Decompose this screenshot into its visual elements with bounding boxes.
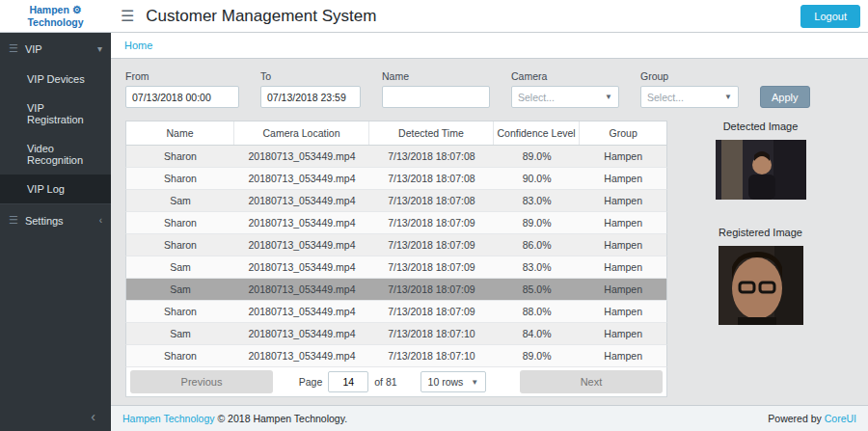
table-cell: 83.0%	[494, 190, 581, 211]
table-header-cell[interactable]: Name	[126, 121, 234, 145]
sidebar-item-label: Settings	[25, 215, 64, 227]
table-row[interactable]: Sam20180713_053449.mp47/13/2018 18:07:09…	[125, 256, 667, 279]
detected-image-label: Detected Image	[723, 121, 799, 132]
camera-label: Camera	[511, 70, 619, 82]
rows-per-page-select[interactable]: 10 rows ▼	[420, 371, 487, 392]
table-row[interactable]: Sharon20180713_053449.mp47/13/2018 18:07…	[125, 146, 667, 168]
results-table: NameCamera LocationDetected TimeConfiden…	[125, 121, 667, 397]
table-cell: 7/13/2018 18:07:09	[369, 279, 494, 300]
hamburger-menu-icon[interactable]: ☰	[121, 7, 134, 25]
chevron-down-icon: ▼	[724, 93, 732, 101]
table-cell: Hampen	[580, 234, 666, 256]
from-date-input[interactable]	[125, 86, 239, 108]
table-row[interactable]: Sam20180713_053449.mp47/13/2018 18:07:10…	[125, 323, 667, 345]
sidebar-item-vip-devices[interactable]: VIP Devices	[0, 65, 111, 94]
group-select-value: Select...	[647, 92, 684, 103]
footer-company-link[interactable]: Hampen Technology	[122, 413, 215, 424]
table-cell: Sharon	[126, 212, 234, 233]
table-cell: 7/13/2018 18:07:09	[369, 234, 494, 256]
page-label: Page	[299, 376, 323, 388]
table-cell: 20180713_053449.mp4	[234, 301, 369, 322]
footer-powered-text: Powered by	[768, 413, 821, 424]
table-row[interactable]: Sam20180713_053449.mp47/13/2018 18:07:08…	[125, 190, 667, 212]
page-number-input[interactable]	[328, 371, 368, 392]
page-title: Customer Management System	[146, 7, 376, 26]
sidebar-item-label: VIP	[25, 43, 42, 55]
table-cell: 89.0%	[494, 146, 581, 167]
table-cell: 7/13/2018 18:07:09	[369, 301, 494, 322]
table-cell: Hampen	[580, 190, 666, 211]
sidebar-item-label: VIP Devices	[27, 73, 85, 85]
sidebar-item-vip-registration[interactable]: VIP Registration	[0, 94, 111, 134]
table-cell: 7/13/2018 18:07:08	[369, 168, 494, 189]
brand-logo-line1: Hampen	[29, 4, 68, 15]
detected-image	[716, 140, 806, 200]
camera-select[interactable]: Select... ▼	[511, 86, 619, 108]
table-cell: 88.0%	[494, 301, 581, 322]
table-cell: Sharon	[126, 234, 234, 256]
breadcrumb-home-link[interactable]: Home	[124, 40, 152, 51]
sidebar-item-vip[interactable]: ☰ VIP ▾	[0, 33, 111, 65]
gear-icon: ⚙	[72, 4, 82, 15]
apply-button[interactable]: Apply	[760, 86, 810, 108]
table-row[interactable]: Sharon20180713_053449.mp47/13/2018 18:07…	[125, 345, 667, 367]
table-cell: 20180713_053449.mp4	[234, 168, 369, 189]
chevron-down-icon: ▼	[471, 378, 478, 387]
sidebar-item-video-recognition[interactable]: Video Recognition	[0, 134, 111, 175]
list-icon: ☰	[9, 214, 18, 227]
logout-button[interactable]: Logout	[800, 5, 860, 28]
chevron-left-icon: ‹	[99, 215, 102, 226]
filter-bar: From To Name Camera Select... ▼ Group	[125, 70, 854, 108]
brand-logo[interactable]: Hampen ⚙ Technology	[0, 4, 111, 28]
sidebar-minimizer[interactable]: ‹	[0, 402, 111, 431]
table-row[interactable]: Sharon20180713_053449.mp47/13/2018 18:07…	[125, 168, 667, 190]
table-cell: Hampen	[580, 345, 666, 366]
next-page-button[interactable]: Next	[520, 370, 663, 393]
table-cell: 20180713_053449.mp4	[234, 323, 369, 344]
table-row[interactable]: Sharon20180713_053449.mp47/13/2018 18:07…	[125, 212, 667, 234]
table-cell: 7/13/2018 18:07:10	[369, 345, 494, 366]
table-header-cell[interactable]: Confidence Level	[494, 121, 581, 145]
table-row[interactable]: Sharon20180713_053449.mp47/13/2018 18:07…	[125, 234, 667, 256]
table-cell: 7/13/2018 18:07:08	[369, 146, 494, 167]
table-cell: Hampen	[580, 212, 666, 233]
table-header-cell[interactable]: Group	[580, 121, 666, 145]
registered-image-label: Registered Image	[719, 227, 802, 238]
table-cell: 90.0%	[494, 168, 581, 189]
top-header: Hampen ⚙ Technology ☰ Customer Managemen…	[0, 0, 868, 33]
table-cell: 86.0%	[494, 234, 581, 256]
table-header-cell[interactable]: Camera Location	[234, 121, 369, 145]
to-label: To	[260, 70, 361, 82]
pagination-bar: Previous Page of 81 10 rows ▼ Next	[125, 367, 667, 397]
list-icon: ☰	[9, 42, 18, 55]
footer-powered: Powered by CoreUI	[768, 413, 856, 424]
group-select[interactable]: Select... ▼	[640, 86, 739, 108]
sidebar-item-vip-log[interactable]: VIP Log	[0, 175, 111, 203]
previous-page-button[interactable]: Previous	[130, 370, 273, 393]
table-row[interactable]: Sharon20180713_053449.mp47/13/2018 18:07…	[125, 301, 667, 323]
table-cell: 20180713_053449.mp4	[234, 345, 369, 366]
table-cell: 20180713_053449.mp4	[234, 146, 369, 167]
table-cell: 7/13/2018 18:07:09	[369, 256, 494, 278]
footer-coreui-link[interactable]: CoreUI	[825, 413, 856, 424]
table-cell: 89.0%	[494, 345, 581, 366]
to-date-input[interactable]	[260, 86, 361, 108]
name-input[interactable]	[382, 86, 490, 108]
sidebar-item-settings[interactable]: ☰ Settings ‹	[0, 203, 111, 236]
content-area: From To Name Camera Select... ▼ Group	[111, 59, 868, 405]
rows-per-page-value: 10 rows	[428, 376, 464, 388]
chevron-down-icon: ▼	[605, 93, 612, 101]
camera-select-value: Select...	[518, 92, 555, 103]
table-cell: Hampen	[580, 301, 666, 322]
name-label: Name	[382, 70, 490, 82]
table-row[interactable]: Sam20180713_053449.mp47/13/2018 18:07:09…	[125, 279, 667, 301]
from-label: From	[125, 70, 239, 82]
group-label: Group	[640, 70, 739, 82]
footer-copyright: Hampen Technology © 2018 Hampen Technolo…	[122, 413, 347, 424]
table-cell: 20180713_053449.mp4	[234, 190, 369, 211]
table-cell: Hampen	[580, 256, 666, 278]
registered-image	[719, 246, 803, 325]
sidebar-item-label: VIP Registration	[27, 102, 84, 125]
table-header-cell[interactable]: Detected Time	[369, 121, 494, 145]
sidebar-item-label: VIP Log	[27, 183, 65, 195]
